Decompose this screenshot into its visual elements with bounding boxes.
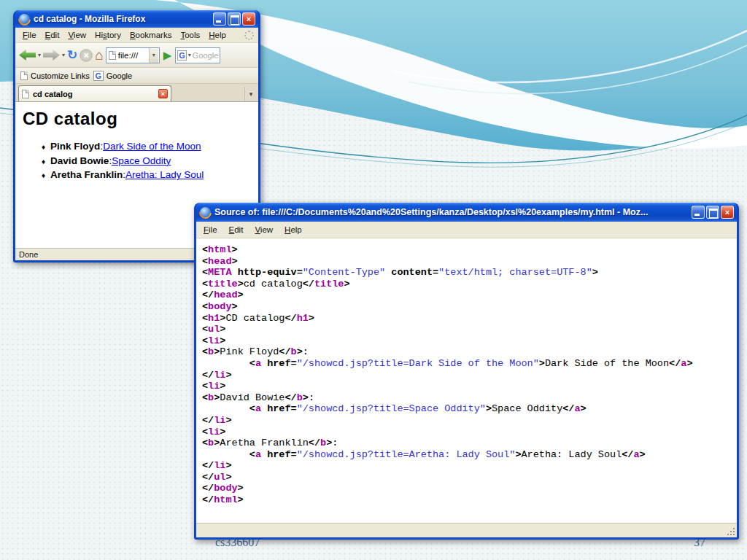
menu-item-bookmarks[interactable]: Bookmarks xyxy=(125,29,177,41)
bookmark-icon xyxy=(20,71,28,80)
go-button[interactable]: ▶ xyxy=(162,49,174,62)
code-line: <head> xyxy=(202,256,737,268)
browser-titlebar[interactable]: cd catalog - Mozilla Firefox × xyxy=(15,10,258,28)
browser-window-title: cd catalog - Mozilla Firefox xyxy=(34,14,209,24)
menu-item-edit[interactable]: Edit xyxy=(41,29,64,41)
bullet-icon: ♦ xyxy=(42,158,45,166)
code-line: <title>cd catalog</title> xyxy=(202,279,737,290)
album-link[interactable]: Dark Side of the Moon xyxy=(103,141,201,152)
tab-list-dropdown-button[interactable]: ▾ xyxy=(244,87,257,101)
close-button[interactable]: × xyxy=(721,206,734,219)
tab-close-icon[interactable]: × xyxy=(158,89,168,98)
search-input[interactable]: G ▾ Google xyxy=(175,47,220,63)
code-line: <a href="/showcd.jsp?title=Dark Side of … xyxy=(202,358,737,370)
list-item: ♦David Bowie: Space Oddity xyxy=(42,155,251,166)
bookmark-google[interactable]: G Google xyxy=(93,71,132,81)
maximize-button[interactable] xyxy=(228,12,241,26)
search-engine-dropdown-icon[interactable]: ▾ xyxy=(188,52,191,58)
code-line: <body> xyxy=(202,301,737,313)
code-line: <html> xyxy=(202,244,737,256)
menu-item-view[interactable]: View xyxy=(63,29,90,41)
menu-item-tools[interactable]: Tools xyxy=(176,29,204,41)
chevron-down-icon: ▾ xyxy=(152,52,155,58)
minimize-button[interactable] xyxy=(213,12,226,26)
google-logo-icon: G xyxy=(93,71,104,81)
bookmark-label: Google xyxy=(107,71,132,80)
close-button[interactable]: × xyxy=(242,12,255,26)
menu-item-help[interactable]: Help xyxy=(204,29,231,41)
tab-cd-catalog[interactable]: cd catalog × xyxy=(18,85,171,101)
bookmark-customize-links[interactable]: Customize Links xyxy=(20,71,90,80)
home-button[interactable]: ⌂ xyxy=(95,49,103,61)
menu-item-history[interactable]: History xyxy=(90,29,125,41)
album-link[interactable]: Aretha: Lady Soul xyxy=(125,169,204,180)
maximize-button[interactable] xyxy=(706,206,719,219)
source-menubar: FileEditViewHelp xyxy=(196,222,737,238)
source-statusbar xyxy=(196,523,737,537)
code-line: <li> xyxy=(202,335,737,347)
source-titlebar[interactable]: Source of: file:///C:/Documents%20and%20… xyxy=(196,203,737,222)
url-dropdown-button[interactable]: ▾ xyxy=(149,48,158,63)
source-content: <html><head><META http-equiv="Content-Ty… xyxy=(196,238,737,523)
firefox-icon xyxy=(200,207,211,218)
menu-item-file[interactable]: File xyxy=(199,224,225,236)
bullet-icon: ♦ xyxy=(42,143,45,151)
throbber-icon xyxy=(244,31,254,40)
forward-button[interactable] xyxy=(43,50,60,61)
code-line: </head> xyxy=(202,289,737,301)
artist-name: Aretha Franklin xyxy=(50,169,123,180)
code-line: <b>Aretha Franklin</b>: xyxy=(202,438,737,449)
code-line: <li> xyxy=(202,427,737,438)
source-window-title: Source of: file:///C:/Documents%20and%20… xyxy=(214,207,688,217)
code-line: </html> xyxy=(202,494,737,506)
code-line: <META http-equiv="Content-Type" content=… xyxy=(202,267,737,279)
code-line: <h1>CD catalog</h1> xyxy=(202,313,737,324)
code-line: </li> xyxy=(202,370,737,381)
tab-strip: cd catalog × ▾ xyxy=(15,84,258,102)
code-line: <ul> xyxy=(202,324,737,335)
resize-grip[interactable] xyxy=(726,526,735,536)
forward-dropdown-icon[interactable]: ▾ xyxy=(62,52,65,58)
google-logo-icon: G xyxy=(177,50,187,61)
cd-list: ♦Pink Floyd: Dark Side of the Moon♦David… xyxy=(23,141,251,180)
menu-item-file[interactable]: File xyxy=(18,29,41,41)
page-title: CD catalog xyxy=(23,109,251,129)
search-placeholder: Google xyxy=(193,51,218,60)
code-line: </ul> xyxy=(202,472,737,483)
navigation-toolbar: ▾ ▾ ↻ × ⌂ file:/// ▾ ▶ G ▾ Google xyxy=(15,43,258,68)
code-line: <b>Pink Floyd</b>: xyxy=(202,346,737,358)
code-line: <b>David Bowie</b>: xyxy=(202,392,737,404)
code-line: <li> xyxy=(202,381,737,392)
code-line: <a href="/showcd.jsp?title=Space Oddity"… xyxy=(202,403,737,415)
tab-favicon xyxy=(22,90,29,98)
menu-item-edit[interactable]: Edit xyxy=(225,224,251,236)
browser-menubar-items: FileEditViewHistoryBookmarksToolsHelp xyxy=(18,29,231,41)
page-icon xyxy=(109,51,116,60)
browser-menubar: FileEditViewHistoryBookmarksToolsHelp xyxy=(15,28,258,43)
stop-button[interactable]: × xyxy=(80,49,93,62)
back-button[interactable] xyxy=(19,50,36,61)
menu-item-help[interactable]: Help xyxy=(280,224,309,236)
source-code: <html><head><META http-equiv="Content-Ty… xyxy=(196,238,737,506)
url-bar[interactable]: file:/// ▾ xyxy=(106,47,160,63)
bookmark-label: Customize Links xyxy=(31,71,90,80)
chevron-down-icon: ▾ xyxy=(249,90,253,98)
tab-label: cd catalog xyxy=(33,90,155,98)
artist-name: Pink Floyd xyxy=(50,141,100,152)
minimize-button[interactable] xyxy=(692,206,705,219)
url-value[interactable]: file:/// xyxy=(118,51,138,60)
source-menubar-items: FileEditViewHelp xyxy=(199,224,309,236)
firefox-icon xyxy=(19,14,30,25)
bookmarks-toolbar: Customize Links G Google xyxy=(15,68,258,84)
artist-name: David Bowie xyxy=(50,155,109,166)
code-line: </li> xyxy=(202,415,737,427)
source-window: Source of: file:///C:/Documents%20and%20… xyxy=(194,203,739,540)
album-link[interactable]: Space Oddity xyxy=(112,155,171,166)
reload-button[interactable]: ↻ xyxy=(67,49,77,61)
menu-item-view[interactable]: View xyxy=(250,224,280,236)
back-dropdown-icon[interactable]: ▾ xyxy=(38,52,41,58)
code-line: </li> xyxy=(202,460,737,472)
code-line: </body> xyxy=(202,483,737,494)
status-text: Done xyxy=(19,250,38,259)
list-item: ♦Aretha Franklin: Aretha: Lady Soul xyxy=(42,169,251,180)
